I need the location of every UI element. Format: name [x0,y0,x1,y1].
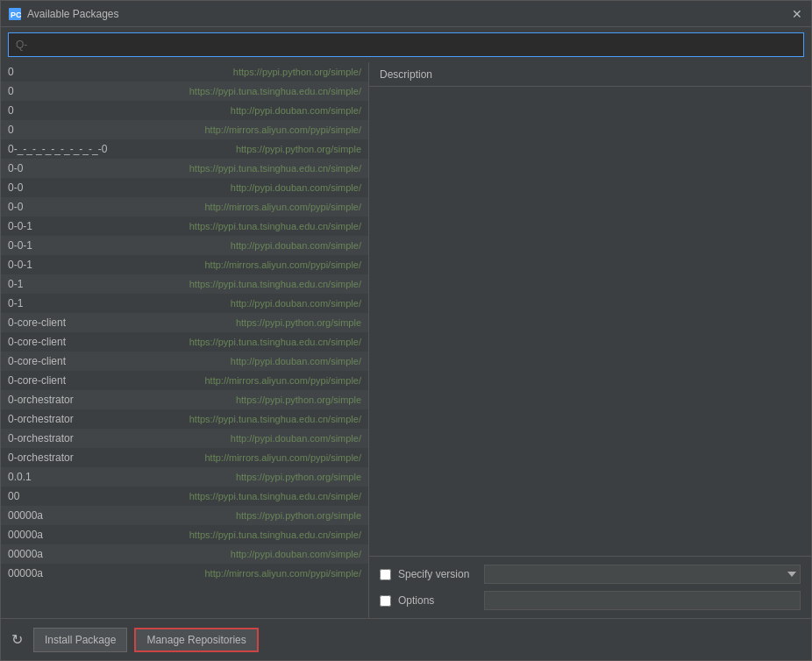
description-panel: Description Specify version Options [369,62,811,618]
package-name: 0 [8,85,14,97]
list-item[interactable]: 0-_-_-_-_-_-_-_-_-_-0https://pypi.python… [1,139,368,159]
options-label: Options [398,594,477,607]
package-name: 0-0 [8,201,23,213]
list-item[interactable]: 0-orchestratorhttp://mirrors.aliyun.com/… [1,448,368,467]
package-url: https://pypi.tuna.tsinghua.edu.cn/simple… [189,221,361,231]
package-name: 0-core-client [8,336,66,348]
available-packages-window: PC Available Packages ✕ 0https://pypi.py… [0,0,812,661]
list-item[interactable]: 0-0-1http://mirrors.aliyun.com/pypi/simp… [1,255,368,274]
list-item[interactable]: 0-core-clienthttp://mirrors.aliyun.com/p… [1,371,368,390]
list-item[interactable]: 0-core-clienthttp://pypi.douban.com/simp… [1,352,368,371]
options-checkbox[interactable] [380,595,391,607]
package-name: 0 [8,104,14,117]
package-url: https://pypi.tuna.tsinghua.edu.cn/simple… [189,337,361,347]
package-url: https://pypi.python.org/simple [236,472,361,482]
package-url: https://pypi.tuna.tsinghua.edu.cn/simple… [189,530,361,540]
package-url: https://pypi.tuna.tsinghua.edu.cn/simple… [189,279,361,289]
package-name: 0-0-1 [8,259,32,271]
package-name: 0-orchestrator [8,413,74,425]
options-input[interactable] [484,591,801,610]
refresh-icon[interactable]: ↻ [11,631,23,648]
list-item[interactable]: 0-0-1https://pypi.tuna.tsinghua.edu.cn/s… [1,217,368,236]
search-bar [1,27,811,62]
package-url: https://pypi.tuna.tsinghua.edu.cn/simple… [189,163,361,174]
description-label: Description [380,68,432,81]
options-row: Options [380,590,801,611]
close-button[interactable]: ✕ [790,7,804,21]
package-name: 00000a [8,548,43,560]
package-url: https://pypi.python.org/simple [236,510,361,521]
specify-version-checkbox[interactable] [380,569,391,580]
package-name: 0-orchestrator [8,394,74,406]
list-item[interactable]: 00000ahttp://pypi.douban.com/simple/ [1,544,368,564]
list-item[interactable]: 0https://pypi.python.org/simple/ [1,62,368,82]
list-item[interactable]: 0http://pypi.douban.com/simple/ [1,101,368,120]
package-url: https://pypi.python.org/simple/ [233,67,361,77]
package-name: 0-core-client [8,316,66,329]
list-item[interactable]: 0-orchestratorhttps://pypi.python.org/si… [1,390,368,409]
package-name: 0-_-_-_-_-_-_-_-_-_-0 [8,143,107,155]
package-name: 00 [8,490,19,502]
package-name: 0-1 [8,297,23,309]
package-url: https://pypi.tuna.tsinghua.edu.cn/simple… [189,414,361,424]
package-url: http://pypi.douban.com/simple/ [231,549,361,559]
package-url: http://pypi.douban.com/simple/ [231,105,361,116]
package-url: http://pypi.douban.com/simple/ [231,182,361,193]
title-bar: PC Available Packages ✕ [1,1,811,27]
package-name: 0-0-1 [8,220,32,232]
package-url: http://mirrors.aliyun.com/pypi/simple/ [205,124,362,135]
list-item[interactable]: 0-0https://pypi.tuna.tsinghua.edu.cn/sim… [1,159,368,178]
package-name: 0-orchestrator [8,432,74,444]
package-name: 0-0 [8,162,23,174]
specify-version-label: Specify version [398,568,477,580]
package-url: https://pypi.python.org/simple [236,394,361,405]
description-header: Description [369,62,811,87]
description-body [369,87,811,556]
package-url: http://pypi.douban.com/simple/ [231,240,361,251]
package-url: http://mirrors.aliyun.com/pypi/simple/ [205,452,362,463]
specify-version-select[interactable] [484,565,801,584]
list-item[interactable]: 0-1https://pypi.tuna.tsinghua.edu.cn/sim… [1,274,368,294]
list-item[interactable]: 0-0http://mirrors.aliyun.com/pypi/simple… [1,197,368,217]
package-url: http://mirrors.aliyun.com/pypi/simple/ [205,375,362,386]
package-url: http://pypi.douban.com/simple/ [231,433,361,444]
package-name: 00000a [8,509,43,522]
list-item[interactable]: 0-orchestratorhttp://pypi.douban.com/sim… [1,429,368,448]
package-url: http://mirrors.aliyun.com/pypi/simple/ [205,259,362,270]
package-url: http://mirrors.aliyun.com/pypi/simple/ [205,568,362,579]
list-item[interactable]: 0-core-clienthttps://pypi.tuna.tsinghua.… [1,332,368,352]
list-item[interactable]: 0-1http://pypi.douban.com/simple/ [1,294,368,313]
package-list[interactable]: 0https://pypi.python.org/simple/0https:/… [1,62,369,618]
package-url: http://pypi.douban.com/simple/ [231,298,361,309]
list-item[interactable]: 00000ahttp://mirrors.aliyun.com/pypi/sim… [1,564,368,583]
list-item[interactable]: 0-0http://pypi.douban.com/simple/ [1,178,368,197]
package-name: 0-core-client [8,355,66,367]
package-url: https://pypi.tuna.tsinghua.edu.cn/simple… [189,86,361,96]
package-name: 0-0-1 [8,239,32,252]
package-name: 0-1 [8,278,23,290]
package-name: 0 [8,124,14,136]
package-url: http://pypi.douban.com/simple/ [231,356,361,366]
window-title: Available Packages [27,8,119,20]
list-item[interactable]: 0.0.1https://pypi.python.org/simple [1,467,368,487]
list-item[interactable]: 00000ahttps://pypi.tuna.tsinghua.edu.cn/… [1,525,368,544]
list-item[interactable]: 0-orchestratorhttps://pypi.tuna.tsinghua… [1,409,368,429]
package-url: https://pypi.python.org/simple [236,317,361,328]
install-package-button[interactable]: Install Package [33,628,127,652]
footer: ↻ Install Package Manage Repositories [1,618,811,660]
package-name: 0.0.1 [8,471,32,483]
svg-text:PC: PC [11,11,22,19]
list-item[interactable]: 0http://mirrors.aliyun.com/pypi/simple/ [1,120,368,139]
list-item[interactable]: 00000ahttps://pypi.python.org/simple [1,506,368,525]
list-item[interactable]: 0-core-clienthttps://pypi.python.org/sim… [1,313,368,332]
manage-repositories-button[interactable]: Manage Repositories [134,628,258,652]
list-item[interactable]: 00https://pypi.tuna.tsinghua.edu.cn/simp… [1,487,368,506]
package-url: http://mirrors.aliyun.com/pypi/simple/ [205,202,362,212]
package-url: https://pypi.python.org/simple [236,144,361,154]
search-input[interactable] [8,32,804,57]
list-item[interactable]: 0https://pypi.tuna.tsinghua.edu.cn/simpl… [1,82,368,101]
package-name: 0-orchestrator [8,451,74,464]
list-item[interactable]: 0-0-1http://pypi.douban.com/simple/ [1,236,368,255]
package-url: https://pypi.tuna.tsinghua.edu.cn/simple… [189,491,361,501]
package-name: 0-0 [8,181,23,194]
